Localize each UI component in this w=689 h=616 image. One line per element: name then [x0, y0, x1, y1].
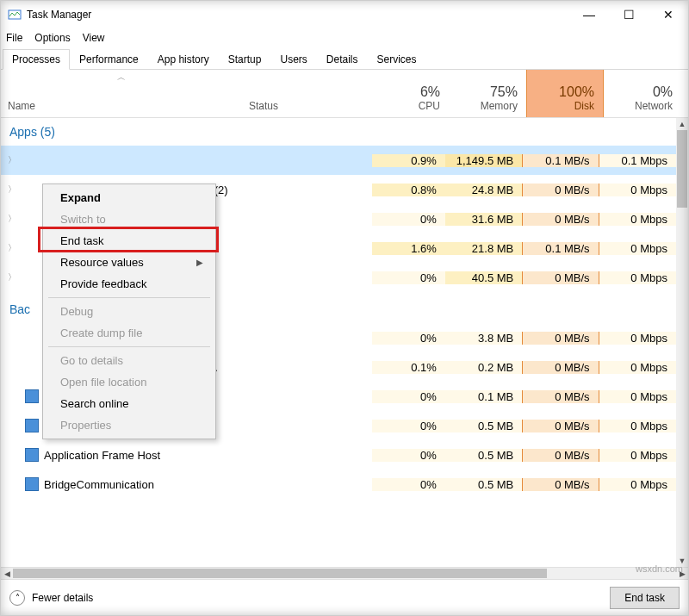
end-task-button[interactable]: End task	[610, 587, 680, 609]
ctx-create-dump: Create dump file	[45, 322, 214, 344]
ctx-separator	[48, 346, 210, 347]
task-manager-window: Task Manager — ☐ ✕ File Options View Pro…	[0, 0, 689, 616]
process-row[interactable]: 〉 0.9% 1,149.5 MB 0.1 MB/s 0.1 Mbps	[1, 146, 676, 175]
column-name[interactable]: ︿ Name	[1, 70, 242, 117]
titlebar: Task Manager — ☐ ✕	[1, 1, 688, 28]
ctx-properties: Properties	[45, 414, 214, 436]
process-icon	[25, 448, 39, 462]
minimize-button[interactable]: —	[569, 1, 609, 28]
tab-performance[interactable]: Performance	[70, 49, 148, 69]
process-row[interactable]: BridgeCommunication 0% 0.5 MB 0 MB/s 0 M…	[1, 470, 676, 499]
expand-icon[interactable]: 〉	[8, 271, 20, 283]
process-icon	[25, 389, 39, 403]
ctx-search-online[interactable]: Search online	[45, 393, 214, 414]
ctx-open-file-location: Open file location	[45, 371, 214, 393]
ctx-separator	[48, 297, 210, 298]
expand-icon[interactable]: 〉	[8, 242, 20, 254]
menu-file[interactable]: File	[6, 32, 22, 44]
ctx-resource-values[interactable]: Resource values ▶	[45, 252, 214, 273]
process-icon	[25, 477, 39, 491]
fewer-details-button[interactable]: ˄ Fewer details	[9, 590, 93, 606]
tab-strip: Processes Performance App history Startu…	[1, 47, 688, 70]
ctx-end-task[interactable]: End task	[45, 230, 214, 252]
ctx-switch-to: Switch to	[45, 208, 214, 230]
tab-startup[interactable]: Startup	[219, 49, 271, 69]
column-status[interactable]: Status	[242, 70, 376, 117]
ctx-debug: Debug	[45, 301, 214, 322]
column-cpu[interactable]: 6% CPU	[376, 70, 449, 117]
column-memory[interactable]: 75% Memory	[449, 70, 526, 117]
ctx-expand[interactable]: Expand	[45, 187, 214, 208]
watermark: wsxdn.com	[636, 563, 683, 574]
menu-options[interactable]: Options	[34, 32, 70, 44]
table-header: ︿ Name Status 6% CPU 75% Memory 100% Dis…	[1, 70, 688, 118]
menubar: File Options View	[1, 28, 688, 47]
column-network[interactable]: 0% Network	[604, 70, 681, 117]
maximize-button[interactable]: ☐	[609, 1, 649, 28]
task-manager-icon	[8, 8, 22, 22]
process-row[interactable]: Application Frame Host 0% 0.5 MB 0 MB/s …	[1, 440, 676, 470]
ctx-provide-feedback[interactable]: Provide feedback	[45, 273, 214, 295]
expand-icon[interactable]: 〉	[8, 213, 20, 225]
process-icon	[25, 419, 39, 432]
menu-view[interactable]: View	[83, 32, 105, 44]
tab-users[interactable]: Users	[270, 49, 316, 69]
expand-icon[interactable]: 〉	[8, 154, 20, 166]
tab-processes[interactable]: Processes	[3, 49, 70, 70]
scroll-left-icon[interactable]: ◀	[1, 568, 13, 579]
tab-services[interactable]: Services	[368, 49, 426, 69]
window-title: Task Manager	[27, 9, 91, 21]
sort-indicator-icon: ︿	[117, 72, 126, 84]
scroll-thumb[interactable]	[677, 130, 687, 208]
tab-app-history[interactable]: App history	[148, 49, 219, 69]
scroll-thumb[interactable]	[13, 569, 547, 578]
column-disk[interactable]: 100% Disk	[526, 70, 604, 117]
expand-icon[interactable]: 〉	[8, 184, 20, 196]
chevron-up-icon: ˄	[9, 590, 25, 606]
scroll-up-icon[interactable]: ▲	[676, 118, 688, 130]
window-controls: — ☐ ✕	[569, 1, 688, 28]
context-menu: Expand Switch to End task Resource value…	[42, 184, 216, 439]
horizontal-scrollbar[interactable]: ◀ ▶	[1, 567, 688, 579]
ctx-go-to-details: Go to details	[45, 350, 214, 371]
tab-details[interactable]: Details	[317, 49, 368, 69]
footer: ˄ Fewer details End task	[1, 579, 688, 615]
submenu-arrow-icon: ▶	[196, 258, 203, 267]
vertical-scrollbar[interactable]: ▲ ▼	[676, 118, 688, 567]
close-button[interactable]: ✕	[649, 1, 688, 28]
group-apps[interactable]: Apps (5)	[1, 118, 676, 146]
